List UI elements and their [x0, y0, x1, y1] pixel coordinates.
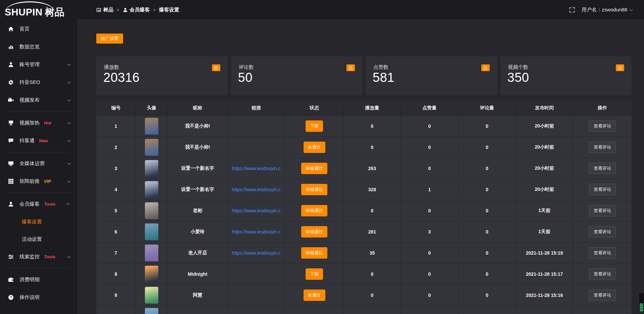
chart-icon: [8, 44, 14, 50]
table-row: 6小爱玲https://www.iesdouyin.c审核通过281301天前查…: [96, 221, 632, 243]
profile-link[interactable]: https://www.iesdouyin.c: [232, 250, 281, 256]
cell-likes: 0: [401, 264, 459, 285]
status-badge: 审核通过: [301, 205, 327, 216]
cell-comments: 0: [459, 179, 516, 200]
sidebar-item-矩阵助推[interactable]: 矩阵助推VIP: [0, 172, 77, 190]
sidebar-subitem-爆客设置[interactable]: 爆客设置: [0, 213, 77, 230]
sidebar-item-视频发布[interactable]: 视频发布: [0, 91, 77, 109]
cell-nickname: 我不是小帅!: [168, 116, 228, 137]
table-row: 4设置一个新名字https://www.iesdouyin.c审核通过32810…: [96, 179, 632, 200]
sidebar-item-label: 消费明细: [19, 276, 40, 283]
sidebar-item-视频加热[interactable]: 视频加热Hot: [0, 114, 77, 132]
breadcrumb-separator: >: [153, 7, 156, 12]
sidebar-item-label: 视频发布: [19, 97, 40, 103]
app-logo[interactable]: SHUPIN 树品: [0, 0, 77, 20]
sidebar-item-数据总览[interactable]: 数据总览: [0, 38, 77, 56]
profile-link[interactable]: https://www.iesdouyin.c: [232, 229, 281, 234]
cell-plays: 0: [344, 116, 401, 137]
cell-plays: 263: [344, 158, 401, 179]
stat-card-评论数: 评论数50总: [231, 56, 363, 95]
cell-status: [285, 306, 344, 314]
cell-avatar: [136, 264, 168, 285]
column-header-状态: 状态: [285, 101, 344, 116]
fullscreen-icon[interactable]: [569, 7, 575, 13]
promo-settings-button[interactable]: 推广设置: [96, 34, 123, 44]
view-comments-button[interactable]: 查看评论: [589, 205, 616, 216]
chevron-down-icon: [67, 62, 71, 66]
menu-divider: [7, 268, 70, 268]
sidebar-item-tag: Tools: [44, 254, 55, 259]
sidebar-item-label: 会员爆客: [19, 201, 40, 207]
table-row: 1我不是小帅!下架00020小时前查看评论: [96, 116, 632, 137]
status-badge: 审核通过: [301, 226, 327, 238]
sidebar-item-账号管理[interactable]: 账号管理: [0, 56, 77, 73]
sidebar-item-线索监控[interactable]: 线索监控Tools: [0, 248, 77, 266]
view-comments-button[interactable]: 查看评论: [589, 247, 616, 259]
view-comments-button[interactable]: 查看评论: [589, 142, 616, 153]
cell-link: [228, 285, 285, 306]
view-comments-button[interactable]: 查看评论: [589, 226, 616, 238]
topbar-right: 用户名：zswodun88: [569, 0, 632, 19]
stat-card-value: 581: [373, 70, 394, 85]
sidebar-item-会员爆客[interactable]: 会员爆客Tools: [0, 195, 77, 213]
sidebar-item-首页[interactable]: 首页: [0, 20, 77, 38]
sidebar-menu: 首页数据总览账号管理抖音SEO视频发布视频加热Hot抖客通New全媒体运营矩阵助…: [0, 20, 77, 306]
breadcrumb-item[interactable]: 会员爆客: [123, 7, 150, 13]
cell-action: 查看评论: [573, 116, 632, 137]
monitor-bar: [640, 310, 643, 311]
profile-link[interactable]: https://www.iesdouyin.c: [232, 208, 281, 213]
avatar: [145, 266, 158, 282]
sidebar-item-label: 操作说明: [19, 294, 40, 301]
sidebar-item-操作说明[interactable]: ?操作说明: [0, 289, 77, 306]
profile-link[interactable]: https://www.iesdouyin.c: [232, 166, 281, 171]
grid-icon: [8, 178, 14, 184]
user-menu[interactable]: 用户名：zswodun88: [582, 7, 632, 13]
cell-comments: 0: [459, 264, 516, 285]
view-comments-button[interactable]: 查看评论: [589, 120, 616, 132]
breadcrumb-item[interactable]: 树品: [96, 7, 113, 13]
sidebar-item-label: 视频加热: [19, 120, 40, 126]
sidebar-item-抖客通[interactable]: 抖客通New: [0, 132, 77, 150]
cell-comments: [459, 306, 516, 314]
view-comments-button[interactable]: 查看评论: [589, 184, 616, 195]
chevron-down-icon: [67, 255, 71, 258]
profile-link[interactable]: https://www.iesdouyin.c: [232, 187, 281, 192]
cell-plays: 35: [344, 243, 401, 264]
sidebar-item-label: 抖音SEO: [19, 79, 40, 86]
cell-action: 查看评论: [573, 243, 632, 264]
view-comments-button[interactable]: 查看评论: [589, 290, 616, 301]
cell-status: 审核通过: [285, 179, 344, 200]
status-badge: 未通过: [304, 142, 325, 153]
gear-icon: [8, 80, 14, 85]
cell-status: 未通过: [285, 137, 344, 158]
stat-card-视频个数: 视频个数350总: [500, 56, 632, 95]
sidebar-item-tag: VIP: [44, 179, 51, 184]
sidebar-item-抖音SEO[interactable]: 抖音SEO: [0, 73, 77, 91]
logo-arc: [5, 1, 54, 11]
sidebar-item-全媒体运营[interactable]: 全媒体运营: [0, 155, 77, 172]
cell-time: 20小时前: [516, 116, 573, 137]
sidebar: SHUPIN 树品 首页数据总览账号管理抖音SEO视频发布视频加热Hot抖客通N…: [0, 0, 77, 314]
view-comments-button[interactable]: 查看评论: [589, 163, 616, 174]
cell-status: 审核通过: [285, 221, 344, 243]
cell-likes: 3: [401, 221, 459, 243]
cell-comments: 0: [459, 243, 516, 264]
view-comments-button[interactable]: 查看评论: [589, 268, 616, 280]
cell-link: https://www.iesdouyin.c: [228, 158, 285, 179]
sidebar-item-消费明细[interactable]: 消费明细: [0, 271, 77, 289]
cell-link: https://www.iesdouyin.c: [228, 200, 285, 221]
stat-card-total-badge: 总: [481, 64, 490, 71]
cell-likes: 0: [401, 243, 459, 264]
column-header-评论量: 评论量: [459, 101, 516, 116]
cell-comments: 0: [459, 116, 516, 137]
menu-divider: [7, 152, 70, 152]
table-header-row: 编号头像昵称链接状态播放量点赞量评论量发布时间操作: [96, 101, 632, 116]
sidebar-subitem-活动设置[interactable]: 活动设置: [0, 230, 77, 248]
chevron-down-icon: [67, 179, 71, 182]
cell-link: https://www.iesdouyin.c: [228, 179, 285, 200]
sidebar-item-label: 账号管理: [19, 61, 40, 68]
cell-status: 下架: [285, 264, 344, 285]
table-row: 5老彬https://www.iesdouyin.c审核通过0001天前查看评论: [96, 200, 632, 221]
table-row: 2我不是小帅!未通过00020小时前查看评论: [96, 137, 632, 158]
cell-status: 审核通过: [285, 243, 344, 264]
